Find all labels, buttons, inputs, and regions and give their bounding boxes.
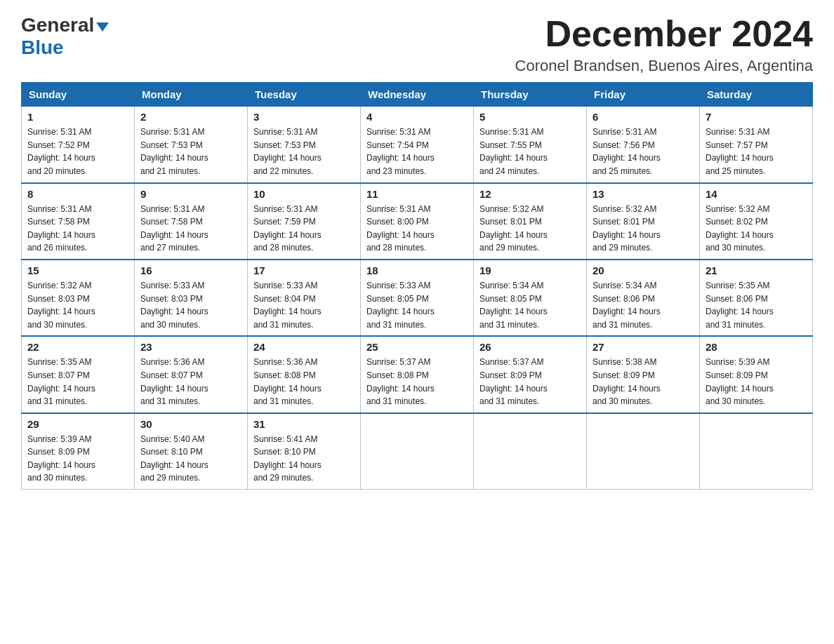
day-number: 20 bbox=[593, 264, 694, 276]
calendar-cell: 29Sunrise: 5:39 AMSunset: 8:09 PMDayligh… bbox=[22, 413, 135, 490]
calendar-cell: 25Sunrise: 5:37 AMSunset: 8:08 PMDayligh… bbox=[361, 336, 474, 412]
calendar-cell: 8Sunrise: 5:31 AMSunset: 7:58 PMDaylight… bbox=[22, 183, 135, 260]
calendar-cell bbox=[587, 413, 700, 490]
calendar-cell: 31Sunrise: 5:41 AMSunset: 8:10 PMDayligh… bbox=[248, 413, 361, 490]
day-number: 6 bbox=[593, 111, 694, 123]
day-number: 30 bbox=[140, 418, 241, 430]
calendar-cell: 6Sunrise: 5:31 AMSunset: 7:56 PMDaylight… bbox=[587, 107, 700, 183]
day-info: Sunrise: 5:38 AMSunset: 8:09 PMDaylight:… bbox=[593, 356, 694, 408]
day-info: Sunrise: 5:31 AMSunset: 7:55 PMDaylight:… bbox=[479, 126, 581, 177]
day-number: 28 bbox=[706, 341, 807, 353]
day-number: 21 bbox=[706, 264, 807, 276]
weekday-header-thursday: Thursday bbox=[474, 83, 587, 107]
day-number: 8 bbox=[27, 188, 128, 200]
day-number: 29 bbox=[27, 418, 128, 430]
day-info: Sunrise: 5:33 AMSunset: 8:05 PMDaylight:… bbox=[366, 279, 468, 331]
day-info: Sunrise: 5:33 AMSunset: 8:03 PMDaylight:… bbox=[140, 279, 241, 331]
calendar-cell: 3Sunrise: 5:31 AMSunset: 7:53 PMDaylight… bbox=[248, 107, 361, 183]
day-info: Sunrise: 5:36 AMSunset: 8:07 PMDaylight:… bbox=[140, 356, 241, 408]
week-row-3: 15Sunrise: 5:32 AMSunset: 8:03 PMDayligh… bbox=[22, 260, 813, 336]
calendar-cell: 1Sunrise: 5:31 AMSunset: 7:52 PMDaylight… bbox=[22, 107, 135, 183]
logo: General Blue bbox=[21, 14, 109, 59]
calendar-cell: 7Sunrise: 5:31 AMSunset: 7:57 PMDaylight… bbox=[700, 107, 813, 183]
day-number: 26 bbox=[479, 341, 581, 353]
calendar-cell: 26Sunrise: 5:37 AMSunset: 8:09 PMDayligh… bbox=[474, 336, 587, 412]
calendar-table: SundayMondayTuesdayWednesdayThursdayFrid… bbox=[21, 82, 813, 490]
day-number: 22 bbox=[27, 341, 128, 353]
day-info: Sunrise: 5:31 AMSunset: 7:58 PMDaylight:… bbox=[140, 203, 241, 255]
weekday-header-wednesday: Wednesday bbox=[361, 83, 474, 107]
logo-arrow-icon bbox=[96, 22, 109, 32]
calendar-cell: 11Sunrise: 5:31 AMSunset: 8:00 PMDayligh… bbox=[361, 183, 474, 260]
calendar-cell bbox=[474, 413, 587, 490]
calendar-cell: 2Sunrise: 5:31 AMSunset: 7:53 PMDaylight… bbox=[135, 107, 248, 183]
calendar-cell: 24Sunrise: 5:36 AMSunset: 8:08 PMDayligh… bbox=[248, 336, 361, 412]
day-info: Sunrise: 5:34 AMSunset: 8:06 PMDaylight:… bbox=[593, 279, 694, 331]
day-number: 31 bbox=[253, 418, 355, 430]
day-info: Sunrise: 5:31 AMSunset: 7:54 PMDaylight:… bbox=[366, 126, 468, 177]
week-row-2: 8Sunrise: 5:31 AMSunset: 7:58 PMDaylight… bbox=[22, 183, 813, 260]
calendar-cell: 22Sunrise: 5:35 AMSunset: 8:07 PMDayligh… bbox=[22, 336, 135, 412]
day-number: 13 bbox=[593, 188, 694, 200]
day-number: 18 bbox=[366, 264, 468, 276]
day-info: Sunrise: 5:31 AMSunset: 7:53 PMDaylight:… bbox=[253, 126, 355, 177]
day-info: Sunrise: 5:33 AMSunset: 8:04 PMDaylight:… bbox=[253, 279, 355, 331]
day-number: 10 bbox=[253, 188, 355, 200]
calendar-cell bbox=[700, 413, 813, 490]
calendar-cell: 28Sunrise: 5:39 AMSunset: 8:09 PMDayligh… bbox=[700, 336, 813, 412]
calendar-cell: 21Sunrise: 5:35 AMSunset: 8:06 PMDayligh… bbox=[700, 260, 813, 336]
day-info: Sunrise: 5:31 AMSunset: 7:59 PMDaylight:… bbox=[253, 203, 355, 255]
day-number: 23 bbox=[140, 341, 241, 353]
day-info: Sunrise: 5:41 AMSunset: 8:10 PMDaylight:… bbox=[253, 433, 355, 485]
calendar-cell: 9Sunrise: 5:31 AMSunset: 7:58 PMDaylight… bbox=[135, 183, 248, 260]
location-title: Coronel Brandsen, Buenos Aires, Argentin… bbox=[515, 57, 813, 75]
day-info: Sunrise: 5:32 AMSunset: 8:01 PMDaylight:… bbox=[479, 203, 581, 255]
day-info: Sunrise: 5:31 AMSunset: 7:52 PMDaylight:… bbox=[27, 126, 128, 177]
calendar-cell: 4Sunrise: 5:31 AMSunset: 7:54 PMDaylight… bbox=[361, 107, 474, 183]
month-title: December 2024 bbox=[515, 14, 813, 54]
calendar-cell: 20Sunrise: 5:34 AMSunset: 8:06 PMDayligh… bbox=[587, 260, 700, 336]
weekday-header-sunday: Sunday bbox=[22, 83, 135, 107]
weekday-header-monday: Monday bbox=[135, 83, 248, 107]
calendar-cell: 17Sunrise: 5:33 AMSunset: 8:04 PMDayligh… bbox=[248, 260, 361, 336]
day-info: Sunrise: 5:39 AMSunset: 8:09 PMDaylight:… bbox=[27, 433, 128, 485]
calendar-cell: 19Sunrise: 5:34 AMSunset: 8:05 PMDayligh… bbox=[474, 260, 587, 336]
calendar-cell: 14Sunrise: 5:32 AMSunset: 8:02 PMDayligh… bbox=[700, 183, 813, 260]
logo-text-general: General bbox=[21, 14, 94, 36]
calendar-title-area: December 2024 Coronel Brandsen, Buenos A… bbox=[515, 14, 813, 75]
day-info: Sunrise: 5:31 AMSunset: 7:56 PMDaylight:… bbox=[593, 126, 694, 177]
logo-text-blue: Blue bbox=[21, 36, 64, 58]
day-number: 17 bbox=[253, 264, 355, 276]
day-number: 12 bbox=[479, 188, 581, 200]
day-info: Sunrise: 5:32 AMSunset: 8:01 PMDaylight:… bbox=[593, 203, 694, 255]
day-number: 3 bbox=[253, 111, 355, 123]
day-info: Sunrise: 5:34 AMSunset: 8:05 PMDaylight:… bbox=[479, 279, 581, 331]
day-info: Sunrise: 5:39 AMSunset: 8:09 PMDaylight:… bbox=[706, 356, 807, 408]
day-number: 11 bbox=[366, 188, 468, 200]
calendar-cell: 23Sunrise: 5:36 AMSunset: 8:07 PMDayligh… bbox=[135, 336, 248, 412]
day-number: 25 bbox=[366, 341, 468, 353]
calendar-cell: 10Sunrise: 5:31 AMSunset: 7:59 PMDayligh… bbox=[248, 183, 361, 260]
weekday-header-friday: Friday bbox=[587, 83, 700, 107]
calendar-cell: 27Sunrise: 5:38 AMSunset: 8:09 PMDayligh… bbox=[587, 336, 700, 412]
day-number: 27 bbox=[593, 341, 694, 353]
day-number: 9 bbox=[140, 188, 241, 200]
day-info: Sunrise: 5:35 AMSunset: 8:06 PMDaylight:… bbox=[706, 279, 807, 331]
weekday-header-tuesday: Tuesday bbox=[248, 83, 361, 107]
calendar-cell: 12Sunrise: 5:32 AMSunset: 8:01 PMDayligh… bbox=[474, 183, 587, 260]
day-number: 1 bbox=[27, 111, 128, 123]
day-info: Sunrise: 5:32 AMSunset: 8:03 PMDaylight:… bbox=[27, 279, 128, 331]
day-number: 14 bbox=[706, 188, 807, 200]
day-number: 15 bbox=[27, 264, 128, 276]
day-info: Sunrise: 5:31 AMSunset: 7:53 PMDaylight:… bbox=[140, 126, 241, 177]
day-info: Sunrise: 5:31 AMSunset: 8:00 PMDaylight:… bbox=[366, 203, 468, 255]
week-row-1: 1Sunrise: 5:31 AMSunset: 7:52 PMDaylight… bbox=[22, 107, 813, 183]
week-row-4: 22Sunrise: 5:35 AMSunset: 8:07 PMDayligh… bbox=[22, 336, 813, 412]
calendar-cell: 18Sunrise: 5:33 AMSunset: 8:05 PMDayligh… bbox=[361, 260, 474, 336]
day-number: 19 bbox=[479, 264, 581, 276]
day-number: 4 bbox=[366, 111, 468, 123]
day-info: Sunrise: 5:37 AMSunset: 8:09 PMDaylight:… bbox=[479, 356, 581, 408]
calendar-cell: 13Sunrise: 5:32 AMSunset: 8:01 PMDayligh… bbox=[587, 183, 700, 260]
day-number: 2 bbox=[140, 111, 241, 123]
day-info: Sunrise: 5:31 AMSunset: 7:57 PMDaylight:… bbox=[706, 126, 807, 177]
